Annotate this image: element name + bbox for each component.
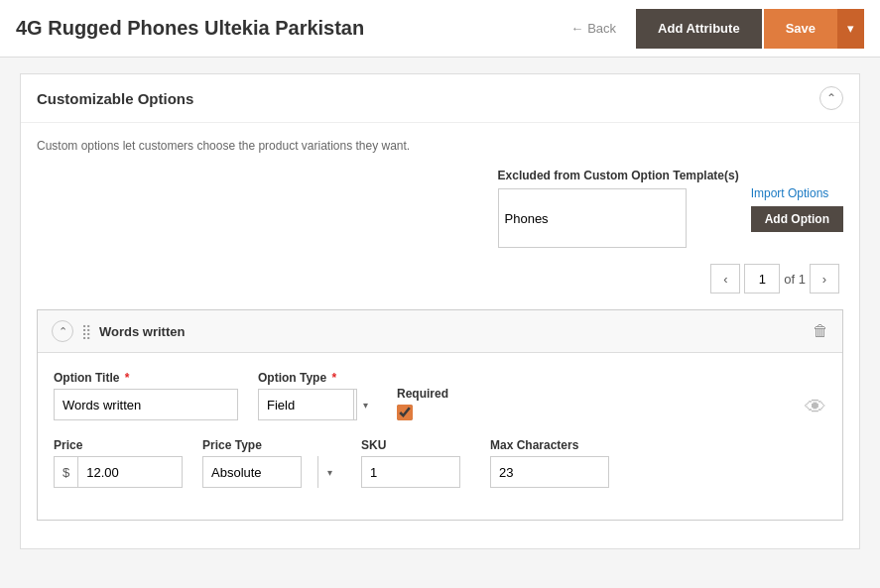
option-type-select-wrap: Field Area File ▾ xyxy=(258,389,377,420)
option-type-group: Option Type * Field Area File ▾ xyxy=(258,371,377,420)
add-attribute-button[interactable]: Add Attribute xyxy=(636,9,762,49)
excluded-select-wrap: Phones xyxy=(498,188,687,248)
sku-label: SKU xyxy=(361,438,470,452)
price-group: Price $ xyxy=(54,438,183,488)
required-star: * xyxy=(125,371,130,385)
back-button[interactable]: ← Back xyxy=(570,21,616,36)
visibility-icon[interactable]: 👁 xyxy=(805,395,826,420)
back-arrow-icon: ← xyxy=(570,21,583,36)
price-type-select[interactable]: Absolute Percent xyxy=(202,456,302,488)
page-title: 4G Rugged Phones Ultekia Parkistan xyxy=(16,17,561,40)
price-input[interactable] xyxy=(78,457,168,487)
chevron-up-icon: ⌃ xyxy=(826,91,836,105)
excluded-select[interactable]: Phones xyxy=(498,188,687,248)
price-type-label: Price Type xyxy=(202,438,341,452)
save-dropdown-button[interactable]: ▾ xyxy=(837,9,864,49)
chevron-down-icon: ▾ xyxy=(847,21,854,36)
header-actions: Add Attribute Save ▾ xyxy=(636,9,864,49)
section-body: Custom options let customers choose the … xyxy=(21,123,859,548)
save-button[interactable]: Save xyxy=(764,9,837,49)
option-card-header: ⌃ ⣿ Words written 🗑 xyxy=(38,310,842,353)
chevron-right-icon: › xyxy=(822,272,826,287)
excluded-actions: Import Options Add Option xyxy=(751,186,843,232)
back-label: Back xyxy=(587,21,616,36)
option-card-body: Option Title * Option Type * xyxy=(38,353,842,520)
sku-group: SKU xyxy=(361,438,470,488)
required-star-2: * xyxy=(331,371,336,385)
required-checkbox[interactable] xyxy=(397,405,413,420)
customizable-options-section: Customizable Options ⌃ Custom options le… xyxy=(20,73,860,549)
option-type-select[interactable]: Field Area File xyxy=(258,389,357,420)
option-card-title: Words written xyxy=(99,324,813,339)
pagination-next-button[interactable]: › xyxy=(810,264,839,294)
pagination-prev-button[interactable]: ‹ xyxy=(710,264,740,294)
section-header: Customizable Options ⌃ xyxy=(21,74,859,123)
option-card: ⌃ ⣿ Words written 🗑 Option Title * xyxy=(37,309,843,521)
price-prefix: $ xyxy=(55,457,78,487)
chevron-up-icon: ⌃ xyxy=(59,325,67,338)
price-type-select-wrap: Absolute Percent ▾ xyxy=(202,456,341,488)
drag-handle-icon[interactable]: ⣿ xyxy=(81,323,91,339)
max-chars-label: Max Characters xyxy=(490,438,609,452)
price-type-group: Price Type Absolute Percent ▾ xyxy=(202,438,341,488)
import-options-link[interactable]: Import Options xyxy=(751,186,843,200)
required-checkbox-wrap xyxy=(397,405,448,420)
max-chars-group: Max Characters xyxy=(490,438,609,488)
chevron-down-icon-2: ▾ xyxy=(317,456,341,488)
excluded-area: Excluded from Custom Option Template(s) … xyxy=(37,169,843,248)
excluded-group: Excluded from Custom Option Template(s) … xyxy=(498,169,739,248)
max-chars-input[interactable] xyxy=(490,456,609,488)
option-type-label: Option Type * xyxy=(258,371,377,385)
pagination-of-label: of 1 xyxy=(784,272,806,287)
pagination: ‹ of 1 › xyxy=(37,264,843,294)
option-fields-row-2: Price $ Price Type Absolute P xyxy=(54,438,826,488)
price-input-wrap: $ xyxy=(54,456,183,488)
price-label: Price xyxy=(54,438,183,452)
excluded-label: Excluded from Custom Option Template(s) xyxy=(498,169,739,182)
option-title-label: Option Title * xyxy=(54,371,238,385)
option-title-input[interactable] xyxy=(54,389,238,420)
delete-option-button[interactable]: 🗑 xyxy=(813,322,828,340)
option-fields-row-1: Option Title * Option Type * xyxy=(54,371,826,420)
section-title: Customizable Options xyxy=(37,90,193,107)
page-header: 4G Rugged Phones Ultekia Parkistan ← Bac… xyxy=(0,0,880,58)
pagination-current-page[interactable] xyxy=(744,264,780,294)
chevron-left-icon: ‹ xyxy=(723,272,727,287)
sku-input[interactable] xyxy=(361,456,460,488)
main-content: Customizable Options ⌃ Custom options le… xyxy=(0,58,880,581)
section-description: Custom options let customers choose the … xyxy=(37,139,843,153)
add-option-button[interactable]: Add Option xyxy=(751,206,843,232)
required-group: Required xyxy=(397,387,448,420)
section-collapse-button[interactable]: ⌃ xyxy=(819,86,843,110)
eye-group: 👁 xyxy=(805,383,826,420)
option-card-collapse-button[interactable]: ⌃ xyxy=(52,320,73,342)
required-label: Required xyxy=(397,387,448,401)
option-title-group: Option Title * xyxy=(54,371,238,420)
